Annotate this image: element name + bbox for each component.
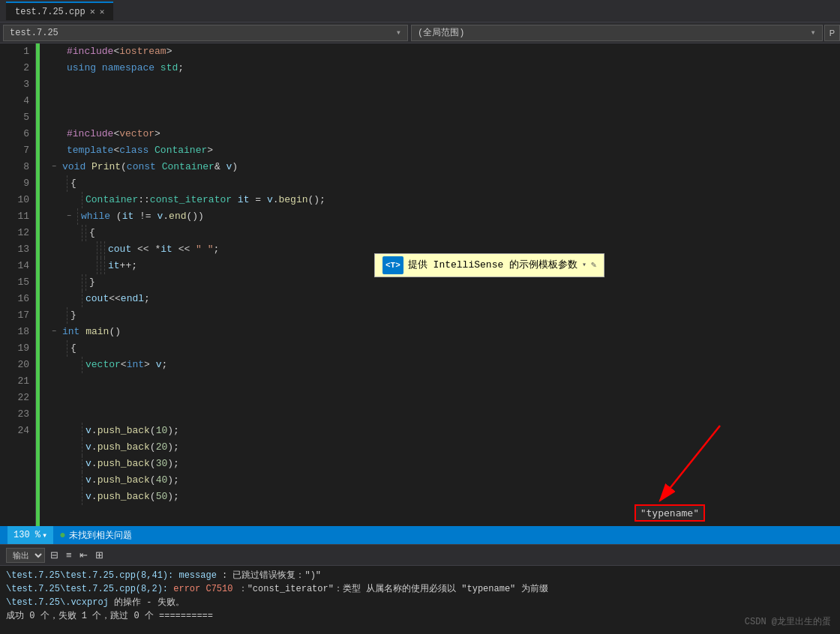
- code-line-23: v.push_back(40);: [52, 472, 840, 489]
- code-line-7: {: [52, 175, 840, 192]
- code-line-2: using namespace std;: [52, 60, 840, 76]
- code-line-5: template<class Container> <T> 提供 Intelli…: [52, 142, 840, 159]
- zoom-control[interactable]: 130 % ▾: [8, 526, 53, 544]
- scope-nav-btn[interactable]: P: [824, 25, 840, 41]
- output-panel: 输出 ⊟ ≡ ⇤ ⊞ \test.7.25\test.7.25.cpp(8,41…: [0, 544, 840, 634]
- output-content-area: \test.7.25\test.7.25.cpp(8,41): message …: [0, 566, 840, 626]
- tab-filename: test.7.25.cpp: [15, 7, 86, 17]
- output-dropdown[interactable]: 输出: [6, 548, 45, 563]
- typename-annotation-box: "typename": [634, 504, 705, 522]
- code-line-16: − int main(): [52, 324, 840, 340]
- line-numbers: 1 2 3 4 5 6 7 8 9 10 11 12 13 14 15 16 1…: [0, 43, 36, 526]
- status-ok-icon: ●: [59, 529, 65, 541]
- file-nav-dropdown[interactable]: test.7.25 ▾: [3, 25, 408, 41]
- tooltip-dropdown-arrow[interactable]: ▾: [582, 257, 586, 274]
- status-message-area: ● 未找到相关问题: [59, 529, 131, 542]
- status-message-text: 未找到相关问题: [69, 529, 132, 542]
- navigation-bar: test.7.25 ▾ (全局范围) ▾ P: [0, 22, 840, 43]
- code-line-3: [52, 76, 840, 126]
- collapse-btn-9[interactable]: −: [67, 208, 76, 225]
- code-line-22: v.push_back(30);: [52, 456, 840, 472]
- output-clear-btn[interactable]: ⊟: [48, 549, 61, 561]
- code-line-1: #include<iostream>: [52, 43, 840, 60]
- code-line-10: {: [52, 225, 840, 241]
- tab-modified-dot: ✕: [90, 6, 95, 17]
- output-line-2: \test.7.25\test.7.25.cpp(8,2): error C75…: [6, 582, 834, 596]
- code-line-21: v.push_back(20);: [52, 439, 840, 456]
- output-indent-btn[interactable]: ⇤: [77, 549, 90, 561]
- code-line-4: #include<vector>: [52, 126, 840, 142]
- tab-close-icon[interactable]: ✕: [100, 7, 105, 16]
- file-tab[interactable]: test.7.25.cpp ✕ ✕: [6, 1, 113, 20]
- code-line-17: {: [52, 340, 840, 357]
- status-bar: 130 % ▾ ● 未找到相关问题: [0, 526, 840, 544]
- tooltip-edit-icon[interactable]: ✎: [591, 257, 596, 274]
- output-format-btn[interactable]: ⊞: [93, 549, 106, 561]
- code-line-15: }: [52, 307, 840, 324]
- zoom-arrow-icon: ▾: [42, 530, 47, 541]
- code-line-14: cout<<endl;: [52, 291, 840, 307]
- tooltip-T-badge: <T>: [382, 256, 404, 274]
- csdn-watermark: CSDN @龙里出生的蛋: [745, 615, 831, 628]
- code-line-6: − void Print(const Container& v): [52, 159, 840, 175]
- collapse-btn-16[interactable]: −: [52, 324, 61, 340]
- code-line-19: [52, 373, 840, 423]
- editor-area: 1 2 3 4 5 6 7 8 9 10 11 12 13 14 15 16 1…: [0, 43, 840, 526]
- output-line-3: \test.7.25\.vcxproj 的操作 - 失败。: [6, 596, 834, 609]
- scope-nav-dropdown[interactable]: (全局范围) ▾: [411, 25, 823, 41]
- collapse-btn-6[interactable]: −: [52, 159, 61, 175]
- output-wrap-btn[interactable]: ≡: [64, 549, 74, 561]
- intellisense-tooltip: <T> 提供 IntelliSense 的示例模板参数 ▾ ✎: [374, 253, 604, 277]
- code-line-20: v.push_back(10);: [52, 423, 840, 439]
- tooltip-text: 提供 IntelliSense 的示例模板参数: [408, 257, 578, 274]
- title-bar: test.7.25.cpp ✕ ✕: [0, 0, 840, 22]
- zoom-level: 130 %: [14, 530, 40, 540]
- output-line-4: 成功 0 个，失败 1 个，跳过 0 个 ==========: [6, 609, 834, 623]
- output-toolbar: 输出 ⊟ ≡ ⇤ ⊞: [0, 545, 840, 566]
- code-line-8: Container::const_iterator it = v.begin()…: [52, 192, 840, 208]
- output-line-1: \test.7.25\test.7.25.cpp(8,41): message …: [6, 569, 834, 582]
- code-line-9: − while (it != v.end()): [52, 208, 840, 225]
- code-line-24: v.push_back(50);: [52, 489, 840, 505]
- code-editor[interactable]: #include<iostream> using namespace std; …: [40, 43, 840, 526]
- code-line-18: vector<int> v;: [52, 357, 840, 373]
